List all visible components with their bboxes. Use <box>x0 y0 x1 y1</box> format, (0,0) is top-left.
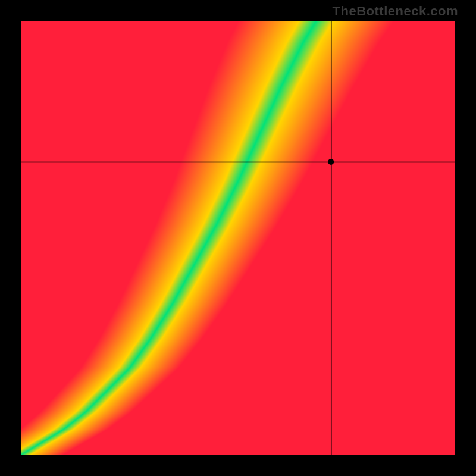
heatmap-canvas <box>21 21 455 455</box>
chart-frame: TheBottleneck.com <box>0 0 476 476</box>
watermark-text: TheBottleneck.com <box>333 4 458 19</box>
